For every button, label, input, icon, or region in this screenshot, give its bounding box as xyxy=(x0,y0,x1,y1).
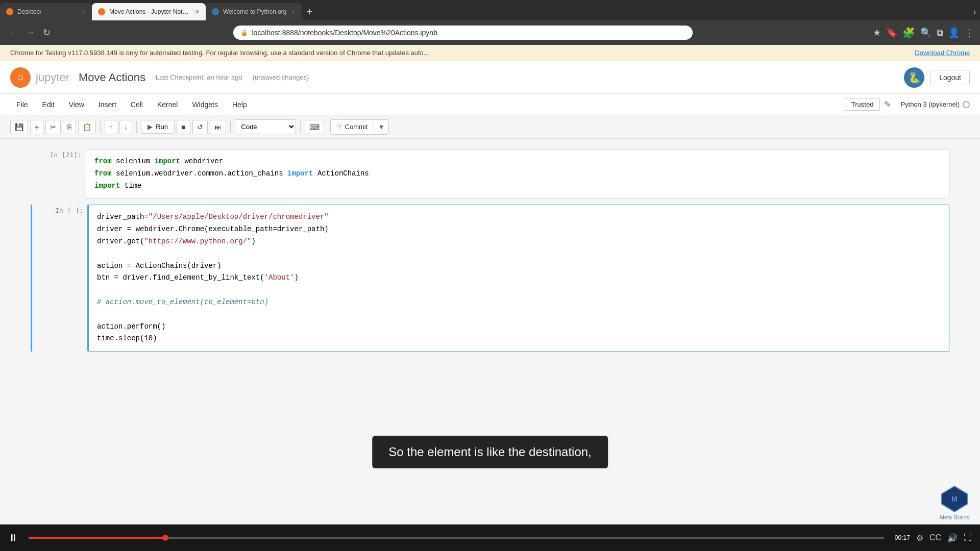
move-down-icon: ↓ xyxy=(124,123,128,131)
settings-icon[interactable]: ⚙ xyxy=(916,533,923,543)
meta-brains-logo: M Meta Brains xyxy=(939,484,970,520)
tab-favicon-python xyxy=(212,8,219,15)
copy-button[interactable]: ⎘ xyxy=(63,120,76,134)
download-chrome-link[interactable]: Download Chrome xyxy=(915,49,970,57)
extensions-icon[interactable]: 🧩 xyxy=(902,27,915,39)
menu-cell[interactable]: Cell xyxy=(125,97,149,112)
cell-1-line-2: from selenium.webdriver.common.action_ch… xyxy=(94,168,941,180)
cut-icon: ✂ xyxy=(50,123,56,131)
fullscreen-icon[interactable]: ⛶ xyxy=(964,533,972,543)
menu-widgets[interactable]: Widgets xyxy=(186,97,224,112)
kernel-label: Python 3 (ipykernel) xyxy=(900,101,960,108)
video-controls: ⏸ 00:17 ⚙ CC 🔊 ⛶ xyxy=(0,524,980,551)
tab-bar: Desktop/ ✕ Move Actions - Jupyter Noteb.… xyxy=(0,0,980,20)
profile-icon[interactable]: 👤 xyxy=(948,27,960,38)
split-view-icon[interactable]: ⧉ xyxy=(937,28,943,38)
cell-2-line-4 xyxy=(97,248,941,260)
menu-help[interactable]: Help xyxy=(226,97,253,112)
refresh-button[interactable]: ↻ xyxy=(41,25,53,40)
tab-close-desktop[interactable]: ✕ xyxy=(81,9,86,15)
audio-icon[interactable]: 🔊 xyxy=(947,533,958,543)
address-bar: ← → ↻ 🔒 localhost:8888/notebooks/Desktop… xyxy=(0,20,980,45)
commit-button-group[interactable]: ⑂ Commit ▼ xyxy=(330,119,389,135)
menu-insert[interactable]: Insert xyxy=(92,97,122,112)
cell-2-code[interactable]: driver_path="/Users/apple/Desktop/driver… xyxy=(87,205,949,352)
tab-desktop[interactable]: Desktop/ ✕ xyxy=(0,3,92,20)
cell-type-select[interactable]: Code xyxy=(235,119,296,134)
menu-right: Trusted ✎ Python 3 (ipykernel) xyxy=(845,98,970,111)
progress-indicator xyxy=(162,535,168,541)
jupyter-wordmark: jupyter xyxy=(36,71,69,84)
menu-edit[interactable]: Edit xyxy=(36,97,61,112)
run-button[interactable]: ▶ Run xyxy=(141,120,175,134)
time-display: 00:17 xyxy=(895,534,910,541)
tab-label-python: Welcome to Python.org xyxy=(223,8,287,15)
add-cell-button[interactable]: + xyxy=(30,120,43,134)
commit-main-button[interactable]: ⑂ Commit xyxy=(331,120,374,134)
cell-1-line-1: from selenium import webdriver xyxy=(94,156,941,168)
copy-icon: ⎘ xyxy=(67,123,71,131)
restart-button[interactable]: ↺ xyxy=(192,120,208,134)
cell-2-line-6: btn = driver.find_element_by_link_text('… xyxy=(97,272,941,284)
trusted-button[interactable]: Trusted xyxy=(845,98,880,111)
pencil-icon[interactable]: ✎ xyxy=(884,99,891,109)
cell-1-code[interactable]: from selenium import webdriver from sele… xyxy=(86,149,949,198)
tab-favicon-desktop xyxy=(6,8,13,15)
address-text: localhost:8888/notebooks/Desktop/Move%20… xyxy=(252,29,437,37)
save-icon: 💾 xyxy=(15,123,23,131)
toolbar-separator-4 xyxy=(300,121,301,133)
cut-button[interactable]: ✂ xyxy=(45,120,61,134)
move-up-icon: ↑ xyxy=(109,123,113,131)
python-logo-icon: 🐍 xyxy=(904,67,924,88)
meta-brains-icon: M xyxy=(939,484,970,514)
tab-close-jupyter[interactable]: ✕ xyxy=(195,9,200,15)
new-tab-button[interactable]: + xyxy=(302,6,318,18)
cell-2-line-2: driver = webdriver.Chrome(executable_pat… xyxy=(97,223,941,236)
save-button[interactable]: 💾 xyxy=(10,120,28,134)
tab-extra-icon[interactable]: › xyxy=(969,7,980,17)
back-button[interactable]: ← xyxy=(6,26,19,40)
search-icon[interactable]: 🔍 xyxy=(920,27,932,38)
tab-close-python[interactable]: ✕ xyxy=(291,9,296,15)
progress-bar[interactable] xyxy=(29,537,885,539)
menu-view[interactable]: View xyxy=(63,97,90,112)
cell-2-line-1: driver_path="/Users/apple/Desktop/driver… xyxy=(97,211,941,223)
move-up-button[interactable]: ↑ xyxy=(105,120,117,134)
fast-forward-button[interactable]: ⏭ xyxy=(210,120,226,134)
move-down-button[interactable]: ↓ xyxy=(119,120,132,134)
video-caption: So the element is like the destination, xyxy=(372,436,608,468)
cell-2-row: In [ ]: driver_path="/Users/apple/Deskto… xyxy=(32,205,949,352)
add-cell-icon: + xyxy=(35,123,39,131)
jupyter-header-right: 🐍 Logout xyxy=(904,67,970,88)
jupyter-header: ○ jupyter Move Actions Last Checkpoint: … xyxy=(0,61,980,94)
run-label: Run xyxy=(156,123,168,131)
keyboard-shortcuts-button[interactable]: ⌨ xyxy=(305,120,324,134)
menu-items: File Edit View Insert Cell Kernel Widget… xyxy=(10,97,253,112)
address-input[interactable]: 🔒 localhost:8888/notebooks/Desktop/Move%… xyxy=(233,26,693,40)
stop-button[interactable]: ■ xyxy=(177,120,190,134)
checkpoint-text: Last Checkpoint: an hour ago xyxy=(156,73,242,81)
menu-file[interactable]: File xyxy=(10,97,34,112)
forward-button[interactable]: → xyxy=(23,26,37,40)
logout-button[interactable]: Logout xyxy=(930,70,970,85)
jupyter-menu: File Edit View Insert Cell Kernel Widget… xyxy=(0,94,980,115)
cell-2-line-5: action = ActionChains(driver) xyxy=(97,260,941,272)
menu-icon[interactable]: ⋮ xyxy=(965,27,974,38)
video-control-icons: ⚙ CC 🔊 ⛶ xyxy=(916,533,972,543)
tab-jupyter[interactable]: Move Actions - Jupyter Noteb... ✕ xyxy=(92,3,206,20)
captions-icon[interactable]: CC xyxy=(929,533,941,543)
paste-button[interactable]: 📋 xyxy=(78,120,96,134)
tab-python[interactable]: Welcome to Python.org ✕ xyxy=(206,3,302,20)
bookmark-icon[interactable]: 🔖 xyxy=(886,27,897,38)
toolbar: 💾 + ✂ ⎘ 📋 ↑ ↓ ▶ Run ■ ↺ ⏭ Code ⌨ ⑂ Comm xyxy=(0,115,980,139)
commit-git-icon: ⑂ xyxy=(337,122,342,132)
cell-2-line-9 xyxy=(97,309,941,321)
cell-2-line-10: action.perform() xyxy=(97,321,941,333)
pause-button[interactable]: ⏸ xyxy=(8,532,18,544)
commit-dropdown-button[interactable]: ▼ xyxy=(374,121,388,133)
bookmark-star-icon[interactable]: ★ xyxy=(873,27,881,38)
toolbar-separator-1 xyxy=(100,121,101,133)
run-triangle-icon: ▶ xyxy=(148,123,153,131)
cell-2: In [ ]: driver_path="/Users/apple/Deskto… xyxy=(31,205,949,352)
menu-kernel[interactable]: Kernel xyxy=(151,97,184,112)
